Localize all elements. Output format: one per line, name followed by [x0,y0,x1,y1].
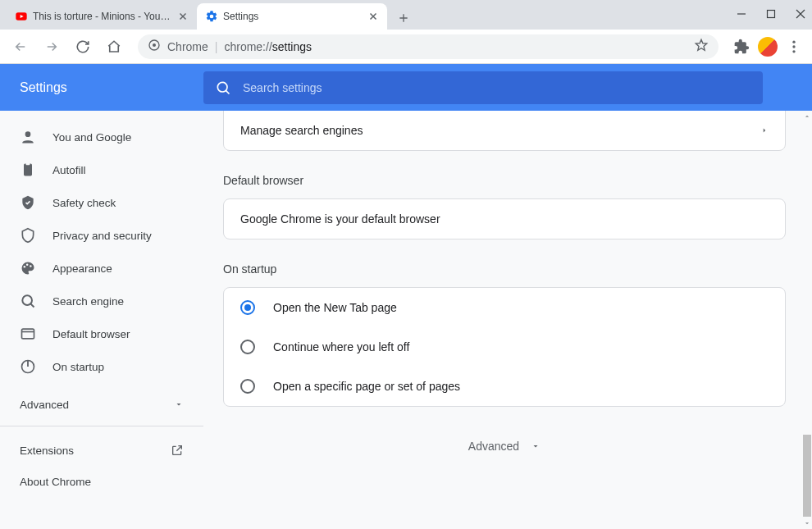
back-button[interactable] [7,33,34,61]
browser-toolbar: Chrome | chrome://settings [0,30,812,64]
sidebar-item-safety-check[interactable]: Safety check [0,186,203,219]
sidebar-item-search-engine[interactable]: Search engine [0,285,203,317]
tab-strip: This is torture - Minions - YouTube Sett… [0,0,812,30]
site-info-icon[interactable] [148,39,161,54]
tab-youtube[interactable]: This is torture - Minions - YouTube [7,3,197,30]
svg-rect-10 [26,162,30,165]
close-icon[interactable] [367,11,379,22]
sidebar-item-autofill[interactable]: Autofill [0,153,203,186]
default-browser-status: Google Chrome is your default browser [224,199,785,239]
chevron-down-icon [531,441,541,451]
settings-main: Manage search engines Default browser Go… [203,111,812,529]
new-tab-button[interactable] [392,7,415,30]
chevron-down-icon [174,399,184,409]
svg-point-8 [25,131,31,137]
svg-point-3 [153,43,156,47]
reload-button[interactable] [69,33,97,61]
advanced-toggle-footer[interactable]: Advanced [223,440,786,453]
maximize-icon[interactable] [766,7,776,22]
bookmark-star-icon[interactable] [694,38,709,55]
window-controls [737,0,805,30]
kebab-menu-icon[interactable] [786,39,802,55]
sidebar-item-privacy[interactable]: Privacy and security [0,219,203,252]
settings-sidebar: You and Google Autofill Safety check Pri… [0,111,203,529]
youtube-icon [15,10,28,23]
scroll-thumb[interactable] [803,435,811,517]
radio-icon[interactable] [240,300,255,315]
search-settings-box[interactable] [203,71,763,104]
radio-icon[interactable] [240,340,255,354]
profile-avatar[interactable] [758,37,778,57]
settings-header: Settings [0,64,812,111]
tab-settings[interactable]: Settings [197,3,387,30]
svg-point-4 [792,40,795,43]
close-window-icon[interactable] [796,7,805,22]
extensions-icon[interactable] [733,39,750,55]
scroll-up-icon[interactable] [802,111,812,122]
sidebar-link-extensions[interactable]: Extensions [0,435,203,466]
minimize-icon[interactable] [737,7,746,22]
svg-rect-9 [24,164,32,176]
scroll-down-icon[interactable] [802,518,812,529]
svg-rect-1 [768,11,775,18]
page-title: Settings [20,80,203,95]
settings-gear-icon [205,10,218,23]
startup-option-new-tab[interactable]: Open the New Tab page [224,288,785,327]
section-title-default-browser: Default browser [223,174,786,187]
tab-title: This is torture - Minions - YouTube [33,11,172,22]
url-host: Chrome [167,40,208,53]
manage-search-engines-row[interactable]: Manage search engines [224,111,785,150]
tab-title: Settings [223,11,363,22]
sidebar-advanced-toggle[interactable]: Advanced [0,388,203,421]
sidebar-item-default-browser[interactable]: Default browser [0,317,203,350]
search-settings-input[interactable] [243,81,751,94]
section-title-on-startup: On startup [223,262,786,276]
sidebar-item-appearance[interactable]: Appearance [0,252,203,285]
svg-point-11 [24,266,26,268]
home-button[interactable] [100,33,128,61]
svg-point-12 [26,264,29,267]
svg-point-14 [22,295,32,305]
svg-point-13 [30,265,32,267]
svg-rect-15 [22,329,34,339]
chevron-right-icon [760,126,769,135]
address-bar[interactable]: Chrome | chrome://settings [138,34,718,59]
startup-option-specific[interactable]: Open a specific page or set of pages [224,367,785,406]
svg-point-5 [792,45,795,48]
radio-icon[interactable] [240,379,255,394]
svg-point-7 [217,82,227,92]
forward-button[interactable] [38,33,66,61]
startup-option-continue[interactable]: Continue where you left off [224,327,785,367]
close-icon[interactable] [177,11,189,22]
svg-point-6 [792,50,795,52]
sidebar-item-you-and-google[interactable]: You and Google [0,121,203,153]
search-icon [215,80,231,96]
external-link-icon [171,444,184,457]
scrollbar[interactable] [802,111,812,529]
sidebar-item-on-startup[interactable]: On startup [0,350,203,383]
sidebar-link-about[interactable]: About Chrome [0,466,203,497]
